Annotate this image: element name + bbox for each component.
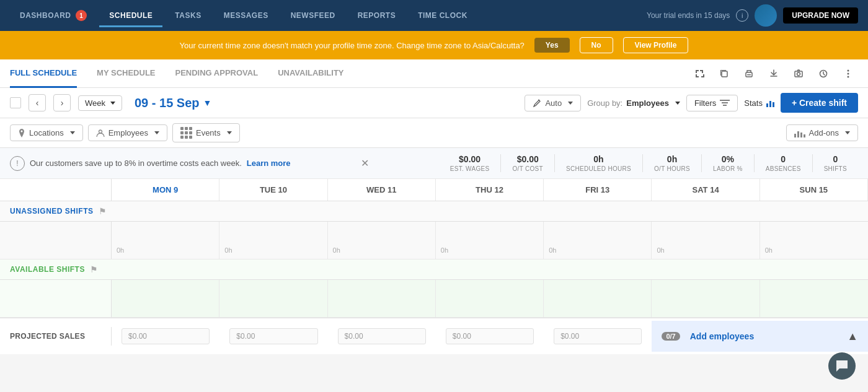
stats-bar: $0.00 EST. WAGES $0.00 O/T COST 0h SCHED…: [439, 154, 858, 172]
history-icon[interactable]: [813, 64, 833, 84]
stat-est-wages: $0.00 EST. WAGES: [439, 154, 501, 172]
header-day-6: SAT 14: [652, 179, 760, 201]
filters-icon: [720, 99, 730, 107]
nav-item-messages[interactable]: MESSAGES: [214, 6, 278, 25]
filter-bar-right: Add-ons: [786, 124, 858, 141]
nav-item-schedule[interactable]: SCHEDULE: [99, 6, 162, 25]
events-chevron-icon: [227, 131, 232, 134]
info-icon[interactable]: i: [736, 9, 748, 22]
stat-absences: 0 ABSENCES: [754, 154, 812, 172]
nav-item-reports[interactable]: REPORTS: [348, 6, 406, 25]
close-banner-icon[interactable]: ✕: [361, 157, 369, 169]
available-sun[interactable]: [760, 280, 868, 317]
unassigned-sat[interactable]: 0h: [652, 222, 760, 259]
print-icon[interactable]: [739, 64, 759, 84]
stats-button[interactable]: Stats: [744, 98, 774, 108]
addons-button[interactable]: Add-ons: [786, 124, 858, 141]
tab-full-schedule[interactable]: FULL SCHEDULE: [10, 59, 77, 88]
view-profile-button[interactable]: View Profile: [623, 37, 689, 53]
create-shift-button[interactable]: + Create shift: [781, 93, 858, 113]
stat-shifts: 0 SHIFTS: [812, 154, 858, 172]
available-pin-icon[interactable]: ⚑: [90, 264, 98, 274]
info-circle-icon: !: [10, 156, 25, 171]
proj-input-thu[interactable]: [446, 328, 534, 344]
header-day-4: THU 12: [436, 179, 544, 201]
unassigned-sun[interactable]: 0h: [760, 222, 868, 259]
next-week-button[interactable]: ›: [53, 94, 71, 111]
unassigned-shifts-row: 0h 0h 0h 0h 0h 0h 0h: [0, 222, 868, 259]
proj-input-mon[interactable]: [122, 328, 210, 344]
expand-icon[interactable]: [689, 64, 709, 84]
learn-more-link[interactable]: Learn more: [247, 159, 291, 168]
available-sat[interactable]: [652, 280, 760, 317]
tab-my-schedule[interactable]: MY SCHEDULE: [97, 59, 155, 88]
stat-ot-cost: $0.00 O/T COST: [500, 154, 554, 172]
header-day-3: WED 11: [328, 179, 436, 201]
tab-pending-approval[interactable]: PENDING APPROVAL: [175, 59, 259, 88]
filters-button[interactable]: Filters: [686, 95, 738, 111]
available-mon[interactable]: [112, 280, 219, 317]
unassigned-mon[interactable]: 0h: [112, 222, 219, 259]
timezone-yes-button[interactable]: Yes: [534, 38, 570, 53]
nav-item-timeclock[interactable]: TIME CLOCK: [408, 6, 477, 25]
proj-input-wed[interactable]: [338, 328, 426, 344]
toolbar-right-actions: Auto Group by: Employees Filters Stats +…: [525, 93, 858, 113]
events-filter[interactable]: Events: [172, 123, 240, 142]
add-employees-badge: 0/7: [662, 332, 680, 341]
addons-bar-icon: [794, 129, 805, 137]
tab-unavailability[interactable]: UNAVAILABILITY: [278, 59, 343, 88]
proj-input-tue[interactable]: [229, 328, 317, 344]
unassigned-fri[interactable]: 0h: [544, 222, 652, 259]
proj-cell-wed: [328, 318, 436, 354]
proj-cell-thu: [436, 318, 544, 354]
grid-icon: [180, 127, 192, 139]
employees-chevron-icon: [154, 131, 159, 134]
copy-icon[interactable]: [714, 64, 734, 84]
date-range-display[interactable]: 09 - 15 Sep ▼: [135, 96, 211, 110]
upgrade-button[interactable]: UPGRADE NOW: [783, 7, 858, 24]
camera-icon[interactable]: [789, 64, 808, 84]
trial-text: Your trial ends in 15 days: [647, 11, 730, 20]
unassigned-title: UNASSIGNED SHIFTS: [10, 207, 94, 216]
locations-filter[interactable]: Locations: [10, 124, 83, 141]
tab-toolbar-icons: [689, 64, 858, 84]
nav-item-tasks[interactable]: TASKS: [165, 6, 211, 25]
group-by-selector[interactable]: Group by: Employees: [587, 98, 680, 108]
stat-ot-hours: 0h O/T HOURS: [642, 154, 701, 172]
available-fri[interactable]: [544, 280, 652, 317]
location-pin-icon: [18, 129, 25, 137]
header-empty-cell: [0, 179, 112, 201]
stat-labor-percent: 0% LABOR %: [701, 154, 754, 172]
more-menu-icon[interactable]: [838, 64, 858, 84]
unassigned-label-cell: [0, 222, 112, 259]
proj-input-fri[interactable]: [554, 328, 642, 344]
timezone-no-button[interactable]: No: [580, 37, 613, 53]
employees-filter[interactable]: Employees: [88, 124, 167, 141]
download-icon[interactable]: [764, 64, 784, 84]
expand-employees-icon[interactable]: ▲: [847, 330, 858, 343]
svg-point-12: [99, 130, 102, 133]
available-tue[interactable]: [219, 280, 327, 317]
unassigned-shifts-header: UNASSIGNED SHIFTS ⚑: [0, 201, 868, 222]
add-employees-button[interactable]: 0/7 Add employees ▲: [652, 321, 868, 352]
unassigned-tue[interactable]: 0h: [219, 222, 327, 259]
svg-rect-0: [722, 71, 727, 77]
prev-week-button[interactable]: ‹: [29, 94, 46, 111]
available-thu[interactable]: [436, 280, 544, 317]
nav-item-dashboard[interactable]: DASHBOARD 1: [10, 5, 97, 26]
pencil-icon: [533, 98, 541, 107]
unassigned-thu[interactable]: 0h: [436, 222, 544, 259]
svg-point-8: [848, 76, 849, 77]
nav-item-newsfeed[interactable]: NEWSFEED: [281, 6, 345, 25]
unassigned-pin-icon[interactable]: ⚑: [99, 206, 107, 216]
week-selector[interactable]: Week: [78, 95, 122, 111]
top-navigation: DASHBOARD 1 SCHEDULE TASKS MESSAGES NEWS…: [0, 0, 868, 31]
available-wed[interactable]: [328, 280, 436, 317]
auto-button[interactable]: Auto: [525, 95, 581, 111]
svg-rect-2: [747, 74, 751, 76]
select-all-checkbox[interactable]: [10, 97, 21, 108]
info-banner-text: Our customers save up to 8% in overtime …: [30, 159, 242, 168]
unassigned-wed[interactable]: 0h: [328, 222, 436, 259]
date-range-caret-icon: ▼: [203, 98, 212, 108]
add-employees-label: Add employees: [690, 331, 754, 341]
